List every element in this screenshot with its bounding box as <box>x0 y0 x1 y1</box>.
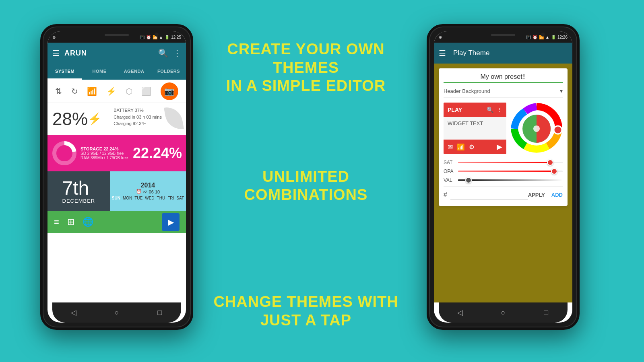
toggles-row: ⇅ ↻ 📶 ⚡ ⬡ ⬜ 📷 <box>47 80 186 103</box>
sync-icon[interactable]: ↻ <box>71 86 78 96</box>
left-status-bar: ⊕ 📳 ⏰ 📶 ▲ 🔋 12:25 <box>47 31 186 43</box>
calendar-weekdays: SUN MON TUE WED THU FRI SAT <box>112 196 184 200</box>
right-phone: ⊕ 📳 ⏰ 📶 ▲ 🔋 12:26 ☰ Play Theme <box>427 24 580 330</box>
svg-point-4 <box>533 125 540 132</box>
more-icon-left[interactable]: ⋮ <box>173 48 181 58</box>
preview-spacer <box>444 132 506 140</box>
headline-3: UNLIMITED COMBINATIONS <box>209 168 402 204</box>
alarm-time: 06 10 <box>149 189 160 194</box>
dropdown-chevron-icon[interactable]: ▾ <box>560 88 563 94</box>
tab-home[interactable]: HOME <box>82 64 117 80</box>
preview-title: PLAY <box>448 107 483 113</box>
storage-pie-chart <box>52 141 76 165</box>
bottom-play-btn[interactable]: ▶ <box>162 213 180 231</box>
cal-mon: MON <box>123 196 132 200</box>
back-btn-right[interactable]: ◁ <box>454 307 466 318</box>
opa-thumb[interactable] <box>551 168 557 175</box>
home-btn-right[interactable]: ○ <box>497 307 509 318</box>
signal-icon: ▲ <box>159 35 163 39</box>
val-thumb[interactable] <box>465 177 472 183</box>
cal-wed: WED <box>145 196 154 200</box>
right-header-title: Play Theme <box>453 49 489 57</box>
color-wheel-container <box>510 103 563 158</box>
phone-speaker-right <box>491 34 515 36</box>
time-left: 12:25 <box>171 35 181 39</box>
battery-line2: Charged in 03 h 03 mins <box>114 114 162 121</box>
back-btn-left[interactable]: ◁ <box>68 307 79 318</box>
widget-text: WIDGET TEXT <box>448 120 483 126</box>
flash-icon[interactable]: ⚡ <box>106 86 116 96</box>
screen-icon[interactable]: ⬜ <box>141 86 151 96</box>
footer-icon-1[interactable]: ✉ <box>448 143 453 151</box>
left-app-header: ☰ ARUN 🔍 ⋮ <box>47 43 186 64</box>
preview-more-icon[interactable]: ⋮ <box>497 107 502 113</box>
storage-widget: STORAGE 22.24% SD 2.9GB / 12.9GB free RA… <box>47 135 186 171</box>
time-right: 12:26 <box>557 35 568 39</box>
footer-icon-3[interactable]: ⚙ <box>469 143 475 151</box>
storage-label: STORAGE 22.24% <box>80 146 128 151</box>
apply-button[interactable]: APPLY <box>528 192 545 198</box>
calendar-date: 7th DECEMBER <box>62 179 95 204</box>
preset-name-input[interactable] <box>444 73 563 83</box>
headline-1: CREATE YOUR OWN THEMES IN A SIMPLE EDITO… <box>209 40 402 95</box>
apply-row: # APPLY ADD <box>444 186 563 201</box>
square-btn-right[interactable]: □ <box>541 307 552 318</box>
lightning-icon: ⚡ <box>88 112 102 125</box>
hex-input[interactable] <box>450 190 528 200</box>
bottom-icon-2[interactable]: ⊞ <box>67 217 74 227</box>
opa-slider[interactable] <box>458 171 563 172</box>
bluetooth-icon[interactable]: ⬡ <box>126 86 132 96</box>
preview-search-icon[interactable]: 🔍 <box>487 107 493 113</box>
preview-body: WIDGET TEXT <box>444 117 506 132</box>
leaf-icon <box>166 106 182 130</box>
battery-line1: BATTERY 37% <box>114 107 162 114</box>
cal-thu: THU <box>157 196 165 200</box>
val-slider[interactable] <box>458 179 563 181</box>
calendar-right: 2014 ⏰ zZ 06 10 SUN MON TUE WED THU FRI … <box>110 171 186 211</box>
sat-thumb[interactable] <box>547 159 553 166</box>
search-icon-left[interactable]: 🔍 <box>158 48 168 58</box>
svg-point-5 <box>554 126 562 134</box>
right-status-icons: 📳 ⏰ 📶 ▲ 🔋 12:25 <box>140 35 181 39</box>
footer-play-icon[interactable]: ▶ <box>497 142 502 151</box>
alarm-icon-r: ⏰ <box>533 35 537 39</box>
signal-icon-r: ▲ <box>545 35 549 39</box>
square-btn-left[interactable]: □ <box>154 307 165 318</box>
phone-speaker-left <box>105 34 129 36</box>
calendar-year: 2014 <box>141 182 155 189</box>
tab-system[interactable]: SYSTEM <box>47 64 82 80</box>
cal-sat: SAT <box>176 196 184 200</box>
tabs-bar: SYSTEM HOME AGENDA FOLDERS <box>47 64 186 80</box>
editor-card: Header Background ▾ PLAY 🔍 ⋮ WIDGET TEXT <box>439 68 568 206</box>
battery-percent: 28% <box>52 109 88 129</box>
headline-5-text: JUST A TAP <box>260 312 351 329</box>
menu-icon-left[interactable]: ☰ <box>52 48 60 58</box>
battery-icon: 🔋 <box>165 35 169 39</box>
home-btn-left[interactable]: ○ <box>111 307 122 318</box>
val-label: VAL <box>444 177 455 183</box>
val-slider-row: VAL <box>444 177 563 183</box>
camera-toggle[interactable]: 📷 <box>161 82 178 100</box>
tab-agenda[interactable]: AGENDA <box>117 64 151 80</box>
cal-sun: SUN <box>112 196 120 200</box>
sat-slider[interactable] <box>458 162 563 163</box>
headline-4: CHANGE THEMES WITH JUST A TAP <box>209 293 402 329</box>
bottom-icons: ≡ ⊞ 🌐 <box>54 217 93 227</box>
android-icon: ⊕ <box>52 35 56 39</box>
right-status-icons-2: 📳 ⏰ 📶 ▲ 🔋 12:26 <box>526 35 568 39</box>
bottom-icon-3[interactable]: 🌐 <box>83 217 93 227</box>
bottom-icon-1[interactable]: ≡ <box>54 217 59 227</box>
left-phone-screen: ⊕ 📳 ⏰ 📶 ▲ 🔋 12:25 ☰ ARUN 🔍 ⋮ SYSTEM HOME… <box>47 31 186 323</box>
camera-icon: 📷 <box>164 86 174 96</box>
menu-icon-right[interactable]: ☰ <box>439 48 446 58</box>
add-button[interactable]: ADD <box>551 192 563 198</box>
footer-icon-2[interactable]: 📶 <box>457 143 465 151</box>
tab-folders[interactable]: FOLDERS <box>151 64 186 80</box>
calendar-day: 7th <box>62 179 95 198</box>
cal-fri: FRI <box>167 196 174 200</box>
header-bg-row: Header Background ▾ <box>444 88 563 98</box>
transfer-icon[interactable]: ⇅ <box>55 86 62 96</box>
wifi-toggle-icon[interactable]: 📶 <box>87 86 97 96</box>
color-wheel[interactable] <box>510 103 563 155</box>
preview-footer: ✉ 📶 ⚙ ▶ <box>444 140 506 154</box>
